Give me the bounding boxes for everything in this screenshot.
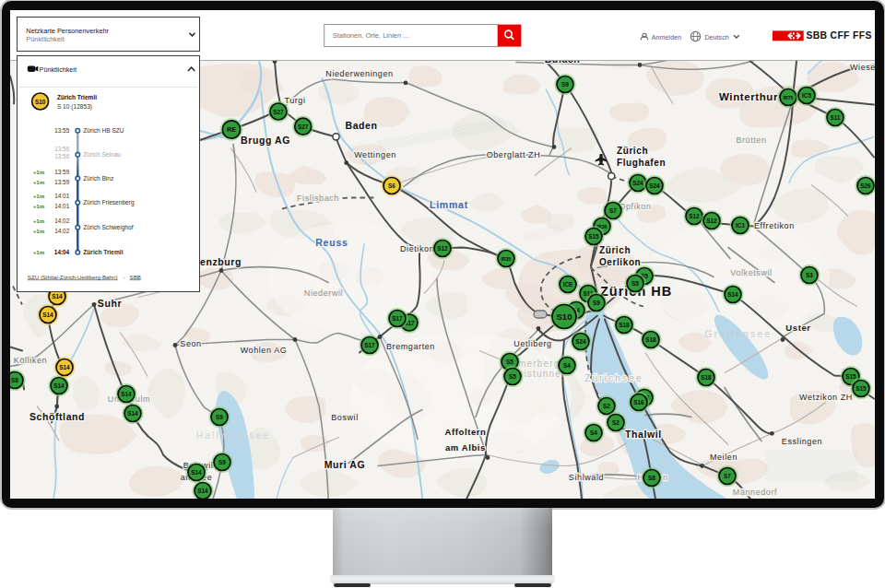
- svg-text:Hallwilersee: Hallwilersee: [196, 430, 270, 441]
- svg-text:Zürich Friesenberg: Zürich Friesenberg: [83, 199, 135, 206]
- svg-text:Sihlwald: Sihlwald: [569, 472, 604, 481]
- svg-text:S15: S15: [856, 385, 867, 392]
- svg-text:S14: S14: [59, 364, 70, 370]
- svg-text:Flughafen: Flughafen: [617, 158, 666, 168]
- svg-text:Netzkarte Personenverkehr: Netzkarte Personenverkehr: [26, 26, 109, 34]
- svg-text:S17: S17: [392, 315, 403, 322]
- svg-text:S18: S18: [619, 322, 630, 328]
- svg-text:Zürich Schweighof: Zürich Schweighof: [83, 224, 133, 231]
- svg-text:Meilen: Meilen: [710, 452, 738, 461]
- svg-text:S5: S5: [506, 359, 513, 365]
- svg-text:S4: S4: [563, 362, 571, 369]
- svg-text:S12: S12: [689, 213, 700, 219]
- svg-text:Turgi: Turgi: [284, 96, 305, 105]
- svg-text:S17: S17: [364, 342, 375, 348]
- svg-text:13:56: 13:56: [54, 146, 69, 152]
- svg-text:13:59: 13:59: [54, 179, 69, 185]
- svg-text:Lenzburg: Lenzburg: [194, 257, 242, 267]
- svg-text:S24: S24: [632, 180, 643, 186]
- svg-text:Stationen, Orte, Linien ...: Stationen, Orte, Linien ...: [333, 31, 409, 40]
- svg-text:Greifensee: Greifensee: [705, 329, 773, 339]
- svg-text:IR75: IR75: [784, 94, 794, 100]
- svg-text:Kölliken: Kölliken: [14, 356, 47, 365]
- svg-text:S12: S12: [437, 245, 448, 252]
- svg-text:Zürich Selnau: Zürich Selnau: [83, 151, 121, 158]
- svg-text:14:02: 14:02: [54, 218, 69, 224]
- svg-text:Zürich Binz: Zürich Binz: [83, 175, 113, 182]
- svg-text:Zürich: Zürich: [599, 245, 631, 255]
- svg-text:S24: S24: [649, 182, 660, 189]
- svg-text:S10: S10: [557, 312, 572, 322]
- svg-text:S27: S27: [273, 108, 284, 114]
- svg-text:RE: RE: [227, 125, 236, 134]
- svg-text:Niederwil: Niederwil: [304, 288, 343, 297]
- svg-text:Wiesendangen: Wiesendangen: [850, 63, 875, 72]
- svg-text:S14: S14: [42, 312, 53, 318]
- svg-text:-: -: [124, 273, 125, 279]
- svg-text:Limmat: Limmat: [430, 200, 468, 210]
- svg-text:S2: S2: [612, 419, 620, 426]
- svg-text:Deutsch: Deutsch: [704, 33, 728, 41]
- svg-text:Wettingen: Wettingen: [354, 150, 396, 159]
- svg-text:Pünktlichkeit: Pünktlichkeit: [26, 34, 64, 42]
- svg-text:S 10 (12853): S 10 (12853): [57, 103, 92, 111]
- svg-text:Suhr: Suhr: [98, 298, 122, 308]
- svg-text:14:01: 14:01: [54, 193, 69, 199]
- svg-text:S9: S9: [216, 414, 223, 420]
- svg-text:SZU (Sihltal-Zürich-Uetliberg-: SZU (Sihltal-Zürich-Uetliberg-Bahn): [28, 273, 118, 279]
- svg-text:Esslingen: Esslingen: [782, 437, 822, 446]
- svg-text:Pünktlichkeit: Pünktlichkeit: [40, 65, 77, 73]
- svg-text:Reuss: Reuss: [315, 238, 348, 248]
- svg-text:Brütten: Brütten: [736, 135, 766, 145]
- svg-text:S7: S7: [724, 473, 731, 479]
- svg-text:S14: S14: [52, 293, 63, 300]
- svg-text:+1m: +1m: [33, 179, 45, 185]
- svg-text:S14: S14: [53, 382, 65, 389]
- svg-text:Zürich: Zürich: [617, 146, 648, 156]
- svg-text:Oberglatt ZH: Oberglatt ZH: [487, 150, 541, 159]
- svg-text:Seon: Seon: [180, 339, 201, 348]
- svg-text:S3: S3: [806, 272, 813, 278]
- svg-text:Fislisbach: Fislisbach: [297, 194, 339, 203]
- svg-text:13:55: 13:55: [54, 127, 69, 134]
- svg-text:S7: S7: [609, 207, 617, 214]
- svg-text:+1m: +1m: [33, 249, 45, 255]
- svg-text:am Albis: am Albis: [445, 441, 486, 452]
- svg-text:+1m: +1m: [33, 203, 45, 209]
- svg-text:S10: S10: [35, 98, 46, 104]
- svg-text:S14: S14: [727, 291, 738, 298]
- svg-text:Opfikon: Opfikon: [619, 202, 651, 211]
- svg-text:+1m: +1m: [33, 193, 45, 199]
- svg-text:Winterthur: Winterthur: [719, 91, 778, 102]
- svg-text:S9: S9: [218, 459, 226, 465]
- svg-text:IR35: IR35: [502, 255, 512, 261]
- svg-text:Bremgarten: Bremgarten: [386, 341, 435, 350]
- svg-text:S14: S14: [121, 391, 132, 397]
- svg-text:+1m: +1m: [33, 218, 45, 224]
- svg-text:Affoltern: Affoltern: [445, 426, 487, 436]
- svg-text:Thalwil: Thalwil: [625, 429, 662, 439]
- svg-text:S27: S27: [298, 123, 309, 130]
- svg-text:Wetzikon ZH: Wetzikon ZH: [799, 393, 853, 402]
- svg-text:Oerlikon: Oerlikon: [599, 257, 641, 267]
- svg-text:Muri AG: Muri AG: [324, 459, 366, 469]
- svg-text:S18: S18: [701, 374, 712, 381]
- svg-text:Niederweningen: Niederweningen: [325, 69, 393, 78]
- svg-text:ICE: ICE: [563, 281, 573, 288]
- svg-text:Zürich Triemli: Zürich Triemli: [57, 93, 97, 100]
- svg-text:IC5: IC5: [802, 92, 811, 99]
- svg-text:S26: S26: [860, 182, 871, 189]
- svg-text:Bülach: Bülach: [545, 61, 581, 65]
- svg-text:S15: S15: [588, 233, 599, 240]
- svg-text:Anmelden: Anmelden: [652, 33, 681, 41]
- svg-text:S11: S11: [830, 114, 840, 121]
- svg-text:Volketswil: Volketswil: [730, 268, 772, 277]
- svg-text:Baden: Baden: [345, 121, 377, 131]
- svg-text:S15: S15: [845, 373, 856, 380]
- svg-text:14:04: 14:04: [54, 249, 70, 255]
- svg-text:14:02: 14:02: [54, 228, 69, 234]
- svg-text:14:01: 14:01: [54, 203, 69, 209]
- svg-text:SBB CFF FFS: SBB CFF FFS: [806, 30, 871, 41]
- svg-text:SBB: SBB: [130, 273, 141, 279]
- svg-text:S14: S14: [191, 469, 202, 476]
